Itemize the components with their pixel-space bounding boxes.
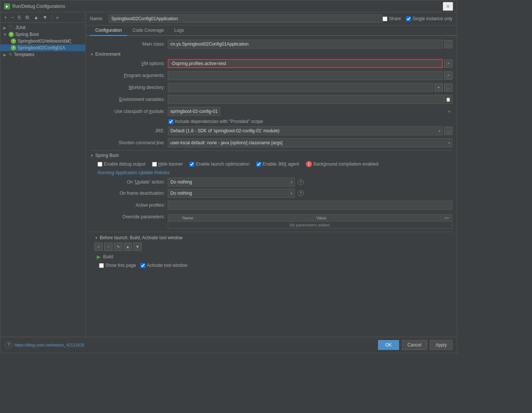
tree-arrow-junit: ▶ [3, 26, 7, 30]
shorten-cmd-row: Shorten command line: user-local default… [90, 138, 452, 147]
jmx-agent-option[interactable]: Enable JMX agent [256, 161, 299, 167]
environment-label: Environment [95, 52, 120, 57]
tree-item-springboot-group[interactable]: ▼ 🍃 Spring Boot [0, 31, 85, 38]
help-button[interactable]: ? [5, 341, 12, 349]
active-profiles-input[interactable] [168, 201, 452, 210]
shorten-cmd-select[interactable]: user-local default: none - java [options… [168, 138, 452, 147]
include-deps-checkbox[interactable] [168, 119, 173, 124]
env-arrow-icon: ▼ [90, 52, 94, 56]
vm-options-expand-button[interactable]: ↗ [444, 59, 452, 68]
on-frame-label: On frame deactivation: [98, 191, 165, 196]
launch-opt-checkbox[interactable] [189, 162, 194, 167]
before-launch-remove-button[interactable]: − [104, 243, 112, 251]
no-params-cell: No parameters added. [168, 222, 452, 229]
movedown-config-button[interactable]: ▼ [41, 14, 49, 21]
settings-config-button[interactable]: ⚙ [24, 14, 31, 21]
tree-item-junit[interactable]: ▶ ⚫ JUnit [0, 24, 85, 31]
copy-config-button[interactable]: ⎘ [16, 14, 22, 21]
springboot01-label: Springboot01Helloworldâ€¦ [18, 38, 71, 44]
jmx-agent-label: Enable JMX agent [263, 161, 299, 167]
springboot02-label: Springboot02Config01A [18, 45, 65, 50]
tab-configuration[interactable]: Configuration [90, 25, 127, 36]
bg-compilation-item: ! Background compilation enabled [306, 161, 378, 167]
before-launch-header[interactable]: ▼ Before launch: Build, Activate tool wi… [95, 235, 448, 240]
tree-item-springboot01[interactable]: 🍃 Springboot01Helloworldâ€¦ [0, 38, 85, 44]
share-checkbox[interactable] [383, 16, 387, 21]
jmx-agent-checkbox[interactable] [256, 162, 261, 167]
program-args-label: Program arguments: [90, 73, 165, 78]
on-update-row: On 'Update' action: Do nothing ▾ ? [90, 178, 452, 187]
classpath-select[interactable]: springboot-02-config-01 [168, 107, 220, 116]
working-dir-input[interactable] [168, 83, 433, 92]
share-label: Share [389, 16, 401, 21]
show-page-option[interactable]: Show this page [99, 263, 136, 268]
jre-label: JRE: [90, 128, 165, 133]
main-class-input-row: … [168, 40, 452, 49]
vm-options-input[interactable] [168, 59, 443, 68]
dialog-icon: ▶ [4, 3, 10, 9]
before-launch-movedown-button[interactable]: ▼ [133, 243, 142, 251]
program-args-input-row: ↗ [168, 71, 452, 80]
launch-opt-option[interactable]: Enable launch optimization [189, 161, 249, 167]
more-config-button[interactable]: » [55, 14, 60, 21]
on-update-select[interactable]: Do nothing [168, 178, 295, 187]
debug-output-option[interactable]: Enable debug output [98, 161, 145, 167]
hide-banner-checkbox[interactable] [152, 162, 157, 167]
program-args-expand-button[interactable]: ↗ [444, 71, 452, 80]
jre-select[interactable]: Default (1.8 - SDK of 'springboot-02-con… [168, 126, 443, 135]
remove-config-button[interactable]: − [10, 14, 16, 21]
right-panel: Name: Share Single instance only [86, 12, 457, 337]
before-launch-edit-button[interactable]: ✎ [114, 243, 122, 251]
name-label: Name: [90, 16, 105, 21]
single-instance-checkbox[interactable] [406, 16, 411, 21]
launch-opt-label: Enable launch optimization [196, 161, 249, 167]
share-option[interactable]: Share [383, 16, 401, 21]
main-class-row: Main class: … [90, 40, 452, 49]
debug-output-checkbox[interactable] [98, 162, 102, 167]
on-update-dropdown-wrapper: Do nothing ▾ [168, 178, 295, 187]
table-row-empty: No parameters added. [168, 222, 452, 229]
templates-label: Templates [14, 52, 34, 57]
tab-logs[interactable]: Logs [169, 25, 189, 36]
main-class-input[interactable] [168, 40, 443, 49]
cancel-button[interactable]: Cancel [402, 340, 427, 350]
program-args-input[interactable] [168, 71, 443, 80]
env-vars-browse-button[interactable]: 📋 [444, 95, 452, 104]
on-update-help-icon[interactable]: ? [298, 179, 304, 185]
override-params-row: Override parameters: Name Value >> [90, 213, 452, 229]
env-vars-input[interactable] [168, 95, 443, 104]
tree-item-springboot02[interactable]: 🍃 Springboot02Config01A [0, 44, 85, 51]
on-frame-select[interactable]: Do nothing [168, 189, 295, 198]
name-input[interactable] [109, 15, 383, 23]
jre-browse-button[interactable]: … [444, 127, 452, 135]
tree-item-templates[interactable]: ▶ ✎ Templates [0, 51, 85, 58]
apply-button[interactable]: Apply [430, 340, 452, 350]
ok-button[interactable]: OK [378, 340, 399, 350]
before-launch-moveup-button[interactable]: ▲ [124, 243, 132, 251]
on-frame-help-icon[interactable]: ? [298, 190, 304, 196]
working-dir-browse-button[interactable]: … [444, 83, 452, 92]
before-launch-add-button[interactable]: + [95, 243, 103, 251]
build-icon: ▶ [97, 254, 101, 260]
main-class-browse-button[interactable]: … [444, 40, 452, 48]
activate-tw-checkbox[interactable] [140, 263, 145, 268]
tab-code-coverage[interactable]: Code Coverage [127, 25, 169, 36]
jre-input-row: Default (1.8 - SDK of 'springboot-02-con… [168, 126, 452, 135]
single-instance-label: Single instance only [412, 16, 452, 21]
working-dir-dropdown-button[interactable]: ▾ [434, 83, 443, 92]
footer-link[interactable]: https://blog.csdn.net/weixin_42112635 [15, 343, 84, 347]
spring-boot-header[interactable]: ▼ Spring Boot [90, 153, 452, 158]
vm-options-label: VM options: [90, 61, 165, 66]
close-button[interactable]: ✕ [443, 2, 453, 11]
single-instance-option[interactable]: Single instance only [406, 16, 452, 21]
env-vars-label: Environment variables: [90, 97, 165, 102]
help-area: ? https://blog.csdn.net/weixin_42112635 [5, 341, 84, 349]
activate-tw-option[interactable]: Activate tool window [140, 263, 188, 268]
show-page-checkbox[interactable] [99, 263, 104, 268]
environment-section-header[interactable]: ▼ Environment [90, 52, 452, 57]
add-config-button[interactable]: + [3, 14, 9, 21]
tree-area: ▶ ⚫ JUnit ▼ 🍃 Spring Boot 🍃 Springboot01… [0, 23, 85, 337]
moveup-config-button[interactable]: ▲ [32, 14, 40, 21]
run-debug-dialog: ▶ Run/Debug Configurations ✕ + − ⎘ ⚙ ▲ ▼… [0, 0, 457, 353]
hide-banner-option[interactable]: Hide banner [152, 161, 183, 167]
